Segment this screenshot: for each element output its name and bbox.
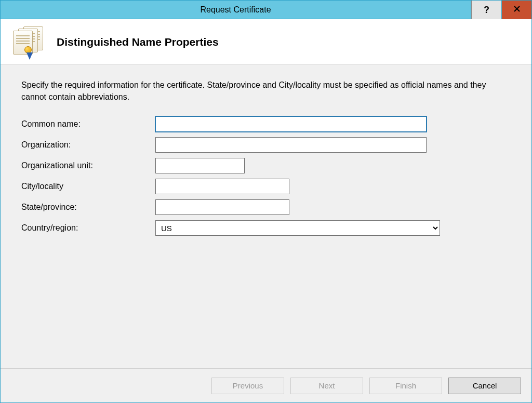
row-country-region: Country/region: US — [21, 220, 511, 236]
finish-button[interactable]: Finish — [369, 378, 442, 394]
city-locality-input[interactable] — [155, 179, 289, 194]
certificate-icon — [13, 29, 46, 56]
next-button[interactable]: Next — [290, 378, 363, 394]
row-organizational-unit: Organizational unit: — [21, 158, 511, 173]
button-bar: Previous Next Finish Cancel — [1, 368, 531, 402]
label-country-region: Country/region: — [21, 223, 155, 233]
row-city-locality: City/locality — [21, 179, 511, 194]
previous-button[interactable]: Previous — [211, 378, 284, 394]
label-city-locality: City/locality — [21, 182, 155, 191]
organization-input[interactable] — [155, 137, 427, 153]
common-name-input[interactable] — [155, 116, 427, 132]
content-area: Specify the required information for the… — [1, 64, 531, 368]
label-common-name: Common name: — [21, 119, 155, 129]
label-organization: Organization: — [21, 140, 155, 150]
dialog-window: Request Certificate ? Distinguished Name… — [0, 0, 532, 403]
label-organizational-unit: Organizational unit: — [21, 161, 155, 170]
header-panel: Distinguished Name Properties — [1, 19, 531, 64]
label-state-province: State/province: — [21, 203, 155, 212]
description-text: Specify the required information for the… — [21, 79, 499, 103]
help-button[interactable]: ? — [471, 1, 501, 19]
page-title: Distinguished Name Properties — [57, 36, 219, 48]
help-icon: ? — [484, 5, 489, 16]
organizational-unit-input[interactable] — [155, 158, 245, 173]
cancel-button[interactable]: Cancel — [448, 378, 521, 394]
titlebar-buttons: ? — [471, 1, 531, 19]
country-region-select[interactable]: US — [155, 220, 440, 236]
row-state-province: State/province: — [21, 199, 511, 215]
close-icon — [513, 5, 521, 15]
title-bar: Request Certificate ? — [1, 1, 531, 19]
window-title: Request Certificate — [1, 1, 471, 19]
row-organization: Organization: — [21, 137, 511, 153]
row-common-name: Common name: — [21, 116, 511, 132]
close-button[interactable] — [501, 1, 531, 19]
state-province-input[interactable] — [155, 199, 289, 215]
